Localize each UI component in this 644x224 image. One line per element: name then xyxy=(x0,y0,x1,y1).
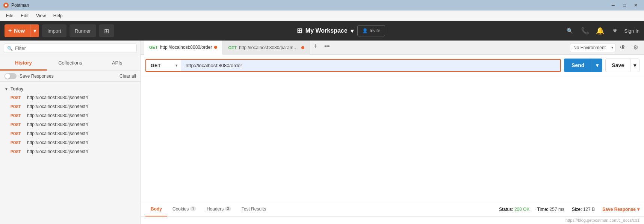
phone-icon: 📞 xyxy=(581,27,589,35)
restore-button[interactable]: □ xyxy=(619,1,630,9)
layout-icon-button[interactable]: ⊞ xyxy=(99,24,114,37)
method-chevron-icon: ▾ xyxy=(172,63,181,68)
save-button-main[interactable]: Save xyxy=(606,59,630,72)
new-button-arrow[interactable]: ▾ xyxy=(30,24,39,37)
footer-hint: https://blog.getpostman.com/c_docs/c01 xyxy=(141,216,644,224)
list-item[interactable]: POST http://localhost:8080/json/test4 xyxy=(0,129,141,138)
response-area: Body Cookies 1 Headers 3 Test Results St… xyxy=(141,202,644,224)
workspace-name: My Workspace xyxy=(305,27,348,34)
chevron-down-icon: ▾ xyxy=(33,28,36,34)
sidebar-tabs: History Collections APIs xyxy=(0,56,141,71)
list-item[interactable]: POST http://localhost:8080/json/test4 xyxy=(0,93,141,102)
send-button-main[interactable]: Send xyxy=(564,59,592,72)
menu-file[interactable]: File xyxy=(3,12,16,20)
new-button[interactable]: + New ▾ xyxy=(5,24,39,37)
sidebar: 🔍 History Collections APIs Save Response… xyxy=(0,41,141,224)
sidebar-content: ▼ Today POST http://localhost:8080/json/… xyxy=(0,82,141,224)
workspace-button[interactable]: ⊞ My Workspace ▾ xyxy=(293,25,357,36)
new-button-main[interactable]: + New xyxy=(5,24,30,37)
method-badge-post: POST xyxy=(11,96,24,100)
menu-view[interactable]: View xyxy=(33,12,49,20)
add-tab-button[interactable]: + xyxy=(310,41,321,52)
phone-icon-button[interactable]: 📞 xyxy=(579,25,591,36)
import-button[interactable]: Import xyxy=(42,24,67,37)
search-tool-button[interactable]: 🔍 xyxy=(564,25,576,36)
tab-history[interactable]: History xyxy=(0,56,47,71)
list-item[interactable]: POST http://localhost:8080/json/test4 xyxy=(0,138,141,147)
save-responses-toggle[interactable] xyxy=(5,73,17,79)
menu-help[interactable]: Help xyxy=(50,12,66,20)
list-item[interactable]: POST http://localhost:8080/json/test4 xyxy=(0,111,141,120)
env-gear-button[interactable]: ⚙ xyxy=(630,42,641,53)
method-badge-post: POST xyxy=(11,141,24,145)
menu-edit[interactable]: Edit xyxy=(18,12,32,20)
method-badge-post: POST xyxy=(11,132,24,136)
workspace-chevron-icon: ▾ xyxy=(351,27,354,35)
sign-in-button[interactable]: Sign In xyxy=(624,28,639,34)
resp-tab-body-label: Body xyxy=(151,206,162,212)
resp-tab-headers[interactable]: Headers 3 xyxy=(201,202,236,216)
send-label: Send xyxy=(571,62,584,68)
send-chevron-icon: ▾ xyxy=(596,62,599,68)
resp-tab-cookies[interactable]: Cookies 1 xyxy=(167,202,201,216)
new-label: New xyxy=(14,28,25,34)
item-url: http://localhost:8080/json/test4 xyxy=(27,122,88,127)
toggle-knob xyxy=(5,74,10,79)
request-tab-1[interactable]: GET http://localhost:8080/param3?i... xyxy=(223,41,310,55)
app-title: Postman xyxy=(11,3,29,8)
response-tabs: Body Cookies 1 Headers 3 Test Results St… xyxy=(141,202,644,216)
response-status: Status: 200 OK Time: 257 ms Size: 127 B … xyxy=(499,207,639,212)
tab-collections[interactable]: Collections xyxy=(47,56,94,71)
url-bar: GET POST PUT DELETE PATCH ▾ Send ▾ xyxy=(141,55,644,76)
method-badge-post: POST xyxy=(11,150,24,154)
runner-button[interactable]: Runner xyxy=(70,24,96,37)
invite-button[interactable]: 👤 Invite xyxy=(357,25,385,36)
url-input[interactable] xyxy=(181,60,560,71)
save-response-label: Save Response xyxy=(602,207,636,212)
resp-tab-test-results[interactable]: Test Results xyxy=(236,202,271,216)
minimize-button[interactable]: ─ xyxy=(608,1,618,9)
search-wrap: 🔍 xyxy=(4,44,137,53)
save-button[interactable]: Save ▾ xyxy=(605,59,639,72)
send-button[interactable]: Send ▾ xyxy=(564,59,602,72)
size-label: Size: 127 B xyxy=(572,207,595,212)
method-select[interactable]: GET POST PUT DELETE PATCH xyxy=(146,60,172,71)
sidebar-actions: Save Responses Clear all xyxy=(0,71,141,82)
gear-icon: ⚙ xyxy=(633,44,638,51)
list-item[interactable]: POST http://localhost:8080/json/test4 xyxy=(0,102,141,111)
save-button-arrow[interactable]: ▾ xyxy=(630,59,639,72)
tab-dirty-dot xyxy=(214,46,217,49)
tab-url: http://localhost:8080/order xyxy=(160,45,212,50)
layout-icon: ⊞ xyxy=(104,27,109,35)
today-group-header[interactable]: ▼ Today xyxy=(0,85,141,93)
send-button-arrow[interactable]: ▾ xyxy=(592,59,602,72)
close-button[interactable]: ✕ xyxy=(630,1,641,9)
size-value: 127 B xyxy=(583,207,595,212)
more-tabs-button[interactable]: ••• xyxy=(321,41,333,52)
environment-select[interactable]: No Environment xyxy=(570,43,615,52)
time-value: 257 ms xyxy=(550,207,564,212)
notification-icon-button[interactable]: 🔔 xyxy=(594,25,606,36)
toolbar-right: 🔍 📞 🔔 ♥ Sign In xyxy=(564,25,639,36)
save-label: Save xyxy=(612,62,624,68)
today-label: Today xyxy=(11,86,23,92)
eye-icon: 👁 xyxy=(620,44,626,51)
main-toolbar: + New ▾ Import Runner ⊞ ⊞ My Workspace ▾… xyxy=(0,21,644,41)
tab-method-get: GET xyxy=(228,45,237,50)
resp-headers-badge: 3 xyxy=(225,206,231,211)
item-url: http://localhost:8080/json/test4 xyxy=(27,95,88,100)
clear-all-button[interactable]: Clear all xyxy=(119,74,136,79)
list-item[interactable]: POST http://localhost:8080/json/test4 xyxy=(0,120,141,129)
save-response-button[interactable]: Save Response ▾ xyxy=(602,207,639,212)
filter-input[interactable] xyxy=(15,45,133,51)
method-badge-post: POST xyxy=(11,114,24,118)
resp-tab-body[interactable]: Body xyxy=(145,202,167,216)
resp-tab-headers-label: Headers xyxy=(207,206,224,212)
env-selector-wrap: No Environment ▾ xyxy=(570,43,615,52)
tab-apis[interactable]: APIs xyxy=(94,56,141,71)
request-tab-0[interactable]: GET http://localhost:8080/order xyxy=(144,41,223,55)
heart-icon-button[interactable]: ♥ xyxy=(609,25,621,36)
list-item[interactable]: POST http://localhost:8080/json/test4 xyxy=(0,147,141,156)
env-eye-button[interactable]: 👁 xyxy=(618,42,628,53)
right-panel: GET http://localhost:8080/order GET http… xyxy=(141,41,644,224)
